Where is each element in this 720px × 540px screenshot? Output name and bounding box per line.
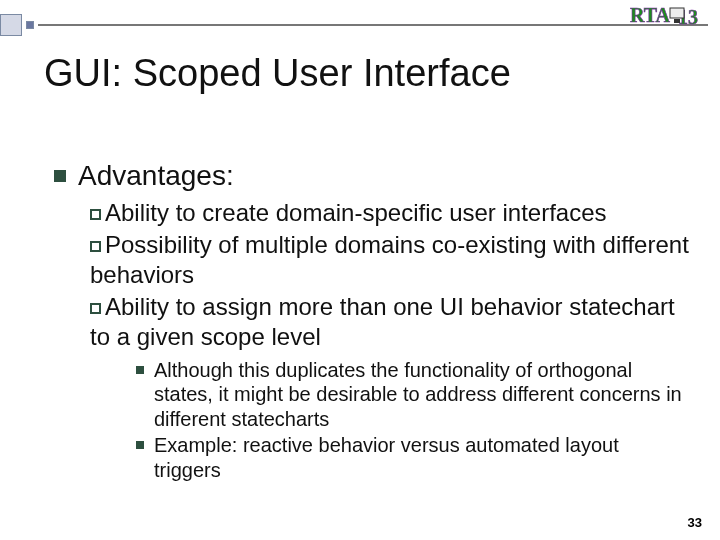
bullet-hollow-square-icon xyxy=(90,209,101,220)
slide-title: GUI: Scoped User Interface xyxy=(44,52,511,95)
level2-item: Possibility of multiple domains co-exist… xyxy=(90,230,690,290)
bullet-small-square-icon xyxy=(136,366,144,374)
deco-square-small xyxy=(26,21,34,29)
bullet-level3-list: Although this duplicates the functionali… xyxy=(136,358,690,482)
level1-text: Advantages: xyxy=(78,160,234,192)
bullet-level2-list: Ability to create domain-specific user i… xyxy=(90,198,690,482)
svg-rect-3 xyxy=(674,19,680,23)
bullet-square-icon xyxy=(54,170,66,182)
level3-text: Example: reactive behavior versus automa… xyxy=(154,433,690,482)
level3-item: Although this duplicates the functionali… xyxy=(136,358,690,431)
deco-square-large xyxy=(0,14,22,36)
svg-text:RTA: RTA xyxy=(630,4,671,26)
bullet-hollow-square-icon xyxy=(90,303,101,314)
svg-rect-2 xyxy=(670,8,684,18)
deco-line xyxy=(38,24,708,26)
header-decoration xyxy=(0,14,708,36)
level3-text: Although this duplicates the functionali… xyxy=(154,358,690,431)
bullet-hollow-square-icon xyxy=(90,241,101,252)
level2-text: Ability to create domain-specific user i… xyxy=(105,199,607,226)
level2-text: Ability to assign more than one UI behav… xyxy=(90,293,675,350)
slide-body: Advantages: Ability to create domain-spe… xyxy=(54,160,690,492)
bullet-small-square-icon xyxy=(136,441,144,449)
page-number: 33 xyxy=(688,515,702,530)
level3-item: Example: reactive behavior versus automa… xyxy=(136,433,690,482)
level2-item: Ability to create domain-specific user i… xyxy=(90,198,690,228)
level2-item: Ability to assign more than one UI behav… xyxy=(90,292,690,352)
bullet-level1: Advantages: Ability to create domain-spe… xyxy=(54,160,690,482)
event-logo: RTA 13 xyxy=(630,2,714,32)
level2-text: Possibility of multiple domains co-exist… xyxy=(90,231,689,288)
